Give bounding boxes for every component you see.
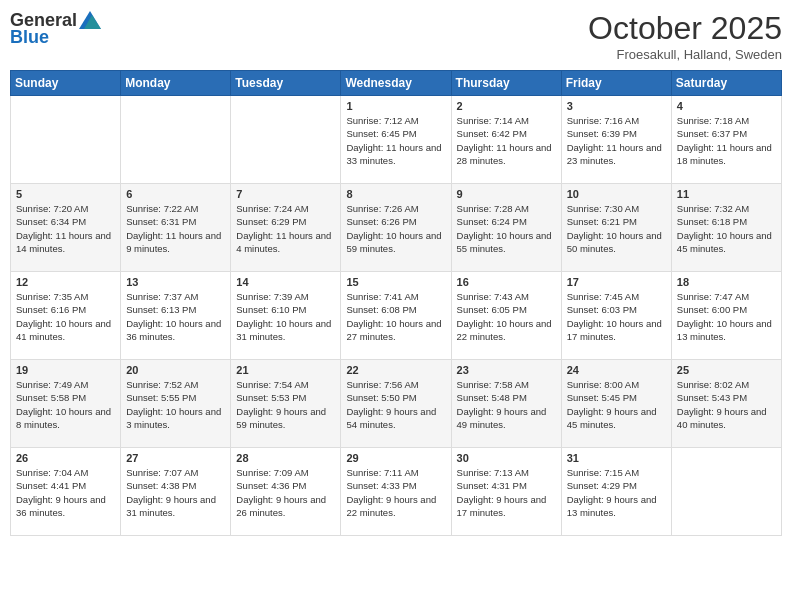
calendar-cell: 1Sunrise: 7:12 AM Sunset: 6:45 PM Daylig… [341, 96, 451, 184]
calendar-cell: 9Sunrise: 7:28 AM Sunset: 6:24 PM Daylig… [451, 184, 561, 272]
location: Froesakull, Halland, Sweden [588, 47, 782, 62]
day-info: Sunrise: 7:07 AM Sunset: 4:38 PM Dayligh… [126, 466, 225, 519]
calendar-cell: 4Sunrise: 7:18 AM Sunset: 6:37 PM Daylig… [671, 96, 781, 184]
calendar-cell: 22Sunrise: 7:56 AM Sunset: 5:50 PM Dayli… [341, 360, 451, 448]
day-info: Sunrise: 7:04 AM Sunset: 4:41 PM Dayligh… [16, 466, 115, 519]
day-number: 18 [677, 276, 776, 288]
logo: General Blue [10, 10, 101, 48]
day-info: Sunrise: 7:54 AM Sunset: 5:53 PM Dayligh… [236, 378, 335, 431]
day-info: Sunrise: 7:26 AM Sunset: 6:26 PM Dayligh… [346, 202, 445, 255]
calendar-cell: 2Sunrise: 7:14 AM Sunset: 6:42 PM Daylig… [451, 96, 561, 184]
calendar-cell: 5Sunrise: 7:20 AM Sunset: 6:34 PM Daylig… [11, 184, 121, 272]
day-number: 14 [236, 276, 335, 288]
day-info: Sunrise: 7:15 AM Sunset: 4:29 PM Dayligh… [567, 466, 666, 519]
day-info: Sunrise: 7:18 AM Sunset: 6:37 PM Dayligh… [677, 114, 776, 167]
calendar-cell: 13Sunrise: 7:37 AM Sunset: 6:13 PM Dayli… [121, 272, 231, 360]
day-info: Sunrise: 7:11 AM Sunset: 4:33 PM Dayligh… [346, 466, 445, 519]
day-number: 1 [346, 100, 445, 112]
day-info: Sunrise: 7:20 AM Sunset: 6:34 PM Dayligh… [16, 202, 115, 255]
day-info: Sunrise: 7:35 AM Sunset: 6:16 PM Dayligh… [16, 290, 115, 343]
calendar-cell: 26Sunrise: 7:04 AM Sunset: 4:41 PM Dayli… [11, 448, 121, 536]
calendar-cell: 20Sunrise: 7:52 AM Sunset: 5:55 PM Dayli… [121, 360, 231, 448]
day-number: 13 [126, 276, 225, 288]
title-section: October 2025 Froesakull, Halland, Sweden [588, 10, 782, 62]
day-info: Sunrise: 7:39 AM Sunset: 6:10 PM Dayligh… [236, 290, 335, 343]
day-info: Sunrise: 7:43 AM Sunset: 6:05 PM Dayligh… [457, 290, 556, 343]
day-info: Sunrise: 7:58 AM Sunset: 5:48 PM Dayligh… [457, 378, 556, 431]
calendar-cell: 17Sunrise: 7:45 AM Sunset: 6:03 PM Dayli… [561, 272, 671, 360]
day-info: Sunrise: 7:16 AM Sunset: 6:39 PM Dayligh… [567, 114, 666, 167]
day-info: Sunrise: 7:28 AM Sunset: 6:24 PM Dayligh… [457, 202, 556, 255]
logo-icon [79, 11, 101, 29]
calendar-cell: 6Sunrise: 7:22 AM Sunset: 6:31 PM Daylig… [121, 184, 231, 272]
day-info: Sunrise: 7:12 AM Sunset: 6:45 PM Dayligh… [346, 114, 445, 167]
calendar-cell: 27Sunrise: 7:07 AM Sunset: 4:38 PM Dayli… [121, 448, 231, 536]
day-number: 25 [677, 364, 776, 376]
col-monday: Monday [121, 71, 231, 96]
day-number: 2 [457, 100, 556, 112]
day-number: 29 [346, 452, 445, 464]
day-info: Sunrise: 7:09 AM Sunset: 4:36 PM Dayligh… [236, 466, 335, 519]
day-number: 10 [567, 188, 666, 200]
page: General Blue October 2025 Froesakull, Ha… [0, 0, 792, 612]
day-number: 27 [126, 452, 225, 464]
day-number: 21 [236, 364, 335, 376]
day-number: 22 [346, 364, 445, 376]
col-saturday: Saturday [671, 71, 781, 96]
calendar-cell [671, 448, 781, 536]
day-number: 15 [346, 276, 445, 288]
day-info: Sunrise: 7:30 AM Sunset: 6:21 PM Dayligh… [567, 202, 666, 255]
day-number: 3 [567, 100, 666, 112]
calendar-cell: 18Sunrise: 7:47 AM Sunset: 6:00 PM Dayli… [671, 272, 781, 360]
day-info: Sunrise: 8:02 AM Sunset: 5:43 PM Dayligh… [677, 378, 776, 431]
calendar-week-5: 26Sunrise: 7:04 AM Sunset: 4:41 PM Dayli… [11, 448, 782, 536]
calendar-week-1: 1Sunrise: 7:12 AM Sunset: 6:45 PM Daylig… [11, 96, 782, 184]
day-number: 12 [16, 276, 115, 288]
calendar-cell: 30Sunrise: 7:13 AM Sunset: 4:31 PM Dayli… [451, 448, 561, 536]
day-info: Sunrise: 7:13 AM Sunset: 4:31 PM Dayligh… [457, 466, 556, 519]
day-number: 16 [457, 276, 556, 288]
day-info: Sunrise: 7:47 AM Sunset: 6:00 PM Dayligh… [677, 290, 776, 343]
day-number: 5 [16, 188, 115, 200]
day-number: 9 [457, 188, 556, 200]
calendar-cell: 12Sunrise: 7:35 AM Sunset: 6:16 PM Dayli… [11, 272, 121, 360]
calendar-cell: 21Sunrise: 7:54 AM Sunset: 5:53 PM Dayli… [231, 360, 341, 448]
calendar-cell: 19Sunrise: 7:49 AM Sunset: 5:58 PM Dayli… [11, 360, 121, 448]
day-number: 7 [236, 188, 335, 200]
calendar-cell: 31Sunrise: 7:15 AM Sunset: 4:29 PM Dayli… [561, 448, 671, 536]
calendar-cell: 25Sunrise: 8:02 AM Sunset: 5:43 PM Dayli… [671, 360, 781, 448]
logo-text-blue: Blue [10, 27, 49, 48]
day-info: Sunrise: 7:37 AM Sunset: 6:13 PM Dayligh… [126, 290, 225, 343]
day-number: 8 [346, 188, 445, 200]
day-number: 17 [567, 276, 666, 288]
day-number: 26 [16, 452, 115, 464]
calendar-cell: 8Sunrise: 7:26 AM Sunset: 6:26 PM Daylig… [341, 184, 451, 272]
day-number: 20 [126, 364, 225, 376]
day-number: 24 [567, 364, 666, 376]
calendar-cell [231, 96, 341, 184]
col-thursday: Thursday [451, 71, 561, 96]
day-number: 30 [457, 452, 556, 464]
col-tuesday: Tuesday [231, 71, 341, 96]
day-info: Sunrise: 7:56 AM Sunset: 5:50 PM Dayligh… [346, 378, 445, 431]
day-info: Sunrise: 8:00 AM Sunset: 5:45 PM Dayligh… [567, 378, 666, 431]
col-friday: Friday [561, 71, 671, 96]
calendar-cell: 23Sunrise: 7:58 AM Sunset: 5:48 PM Dayli… [451, 360, 561, 448]
day-info: Sunrise: 7:24 AM Sunset: 6:29 PM Dayligh… [236, 202, 335, 255]
day-info: Sunrise: 7:32 AM Sunset: 6:18 PM Dayligh… [677, 202, 776, 255]
day-number: 19 [16, 364, 115, 376]
month-title: October 2025 [588, 10, 782, 47]
day-number: 6 [126, 188, 225, 200]
calendar-week-3: 12Sunrise: 7:35 AM Sunset: 6:16 PM Dayli… [11, 272, 782, 360]
day-number: 23 [457, 364, 556, 376]
day-info: Sunrise: 7:52 AM Sunset: 5:55 PM Dayligh… [126, 378, 225, 431]
day-number: 28 [236, 452, 335, 464]
calendar-cell: 28Sunrise: 7:09 AM Sunset: 4:36 PM Dayli… [231, 448, 341, 536]
calendar: Sunday Monday Tuesday Wednesday Thursday… [10, 70, 782, 536]
calendar-cell: 7Sunrise: 7:24 AM Sunset: 6:29 PM Daylig… [231, 184, 341, 272]
day-info: Sunrise: 7:22 AM Sunset: 6:31 PM Dayligh… [126, 202, 225, 255]
calendar-cell [121, 96, 231, 184]
day-info: Sunrise: 7:49 AM Sunset: 5:58 PM Dayligh… [16, 378, 115, 431]
calendar-cell: 15Sunrise: 7:41 AM Sunset: 6:08 PM Dayli… [341, 272, 451, 360]
day-info: Sunrise: 7:14 AM Sunset: 6:42 PM Dayligh… [457, 114, 556, 167]
